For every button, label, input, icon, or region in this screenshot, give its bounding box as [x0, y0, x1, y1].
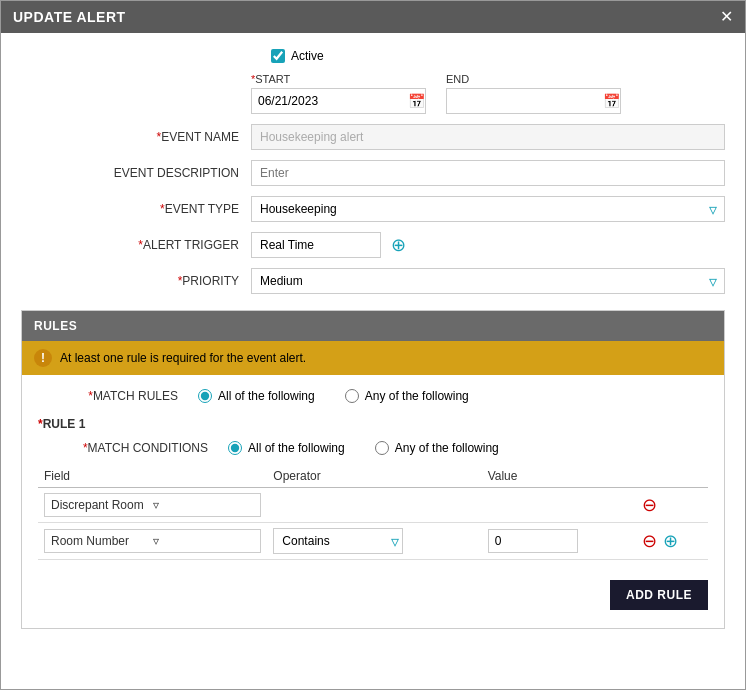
priority-row: *PRIORITY Medium ▿: [21, 268, 725, 294]
event-type-select-wrap: Housekeeping ▿: [251, 196, 725, 222]
priority-field: Medium ▿: [251, 268, 725, 294]
start-label: *START: [251, 73, 426, 85]
row2-field-select[interactable]: Room Number ▿: [44, 529, 261, 553]
row1-field-value: Discrepant Room: [51, 498, 153, 512]
alert-trigger-label: *ALERT TRIGGER: [21, 238, 251, 252]
close-button[interactable]: ✕: [720, 9, 733, 25]
match-conditions-label: *MATCH CONDITIONS: [38, 441, 208, 455]
event-name-label: *EVENT NAME: [21, 130, 251, 144]
add-rule-button[interactable]: ADD RULE: [610, 580, 708, 610]
end-group: END 📅: [446, 73, 621, 114]
event-description-label: EVENT DESCRIPTION: [21, 166, 251, 180]
match-rules-all-radio[interactable]: [198, 389, 212, 403]
event-description-row: EVENT DESCRIPTION: [21, 160, 725, 186]
row1-field-cell: Discrepant Room ▿: [38, 488, 267, 523]
start-calendar-icon[interactable]: 📅: [408, 93, 425, 109]
active-label: Active: [291, 49, 324, 63]
end-input-wrap: 📅: [446, 88, 621, 114]
row1-value-cell: [482, 488, 636, 523]
rules-header: RULES: [22, 311, 724, 341]
match-rules-label: *MATCH RULES: [38, 389, 178, 403]
row2-operator-cell: Contains ▿: [267, 523, 481, 560]
start-group: *START 📅: [251, 73, 426, 114]
match-conditions-all-label: All of the following: [248, 441, 345, 455]
row2-field-cell: Room Number ▿: [38, 523, 267, 560]
warning-icon: !: [34, 349, 52, 367]
row2-field-arrow-icon: ▿: [153, 534, 255, 548]
row2-operator-select[interactable]: Contains: [273, 528, 403, 554]
event-type-select[interactable]: Housekeeping: [251, 196, 725, 222]
col-value: Value: [482, 465, 636, 488]
row1-field-select[interactable]: Discrepant Room ▿: [44, 493, 261, 517]
date-row: *START 📅 END 📅: [21, 73, 725, 114]
match-conditions-radio-group: All of the following Any of the followin…: [228, 441, 499, 455]
row2-add-button[interactable]: ⊕: [663, 532, 678, 550]
event-name-input[interactable]: [251, 124, 725, 150]
rules-body: *MATCH RULES All of the following Any of…: [22, 375, 724, 628]
match-rules-any-radio[interactable]: [345, 389, 359, 403]
event-description-field: [251, 160, 725, 186]
dialog-header: UPDATE ALERT ✕: [1, 1, 745, 33]
event-type-label: *EVENT TYPE: [21, 202, 251, 216]
rules-warning: ! At least one rule is required for the …: [22, 341, 724, 375]
row2-actions-cell: ⊖ ⊕: [636, 523, 708, 560]
alert-trigger-add-button[interactable]: ⊕: [391, 234, 406, 256]
row1-operator-cell: [267, 488, 481, 523]
start-input[interactable]: [258, 94, 408, 108]
row1-actions-cell: ⊖: [636, 488, 708, 523]
match-conditions-any-label: Any of the following: [395, 441, 499, 455]
match-rules-row: *MATCH RULES All of the following Any of…: [38, 389, 708, 403]
event-name-field: [251, 124, 725, 150]
event-type-field: Housekeeping ▿: [251, 196, 725, 222]
conditions-table: Field Operator Value Dis: [38, 465, 708, 560]
match-conditions-any-option[interactable]: Any of the following: [375, 441, 499, 455]
event-type-row: *EVENT TYPE Housekeeping ▿: [21, 196, 725, 222]
match-rules-any-option[interactable]: Any of the following: [345, 389, 469, 403]
match-conditions-all-radio[interactable]: [228, 441, 242, 455]
end-input[interactable]: [453, 94, 603, 108]
col-actions: [636, 465, 708, 488]
match-rules-radio-group: All of the following Any of the followin…: [198, 389, 469, 403]
row2-field-value: Room Number: [51, 534, 153, 548]
event-name-row: *EVENT NAME: [21, 124, 725, 150]
priority-select-wrap: Medium ▿: [251, 268, 725, 294]
priority-select[interactable]: Medium: [251, 268, 725, 294]
table-row: Discrepant Room ▿ ⊖: [38, 488, 708, 523]
alert-trigger-field: Real Time ⊕: [251, 232, 725, 258]
date-fields: *START 📅 END 📅: [251, 73, 621, 114]
match-rules-all-label: All of the following: [218, 389, 315, 403]
active-row: Active: [21, 49, 725, 63]
alert-trigger-value: Real Time: [251, 232, 381, 258]
priority-label: *PRIORITY: [21, 274, 251, 288]
row2-operator-wrap: Contains ▿: [273, 528, 403, 554]
event-description-input[interactable]: [251, 160, 725, 186]
end-calendar-icon[interactable]: 📅: [603, 93, 620, 109]
row1-field-arrow-icon: ▿: [153, 498, 255, 512]
alert-trigger-row: *ALERT TRIGGER Real Time ⊕: [21, 232, 725, 258]
col-operator: Operator: [267, 465, 481, 488]
start-input-wrap: 📅: [251, 88, 426, 114]
match-rules-any-label: Any of the following: [365, 389, 469, 403]
dialog-body: Active *START 📅 END 📅: [1, 33, 745, 689]
row2-remove-button[interactable]: ⊖: [642, 532, 657, 550]
match-conditions-any-radio[interactable]: [375, 441, 389, 455]
match-conditions-all-option[interactable]: All of the following: [228, 441, 345, 455]
match-rules-all-option[interactable]: All of the following: [198, 389, 315, 403]
add-rule-row: ADD RULE: [38, 570, 708, 614]
rules-section: RULES ! At least one rule is required fo…: [21, 310, 725, 629]
end-label: END: [446, 73, 621, 85]
rules-warning-text: At least one rule is required for the ev…: [60, 351, 306, 365]
table-row: Room Number ▿ Contains ▿: [38, 523, 708, 560]
row1-remove-button[interactable]: ⊖: [642, 496, 657, 514]
row1-action-btns: ⊖: [642, 496, 702, 514]
active-checkbox[interactable]: [271, 49, 285, 63]
dialog-title: UPDATE ALERT: [13, 9, 126, 25]
rule-1-title: *RULE 1: [38, 417, 708, 431]
col-field: Field: [38, 465, 267, 488]
dialog: UPDATE ALERT ✕ Active *START 📅 END: [0, 0, 746, 690]
rule-1-block: *RULE 1 *MATCH CONDITIONS All of the fol…: [38, 417, 708, 560]
match-conditions-row: *MATCH CONDITIONS All of the following A…: [38, 441, 708, 455]
row2-action-btns: ⊖ ⊕: [642, 532, 702, 550]
row2-value-cell: [482, 523, 636, 560]
row2-value-input[interactable]: [488, 529, 578, 553]
